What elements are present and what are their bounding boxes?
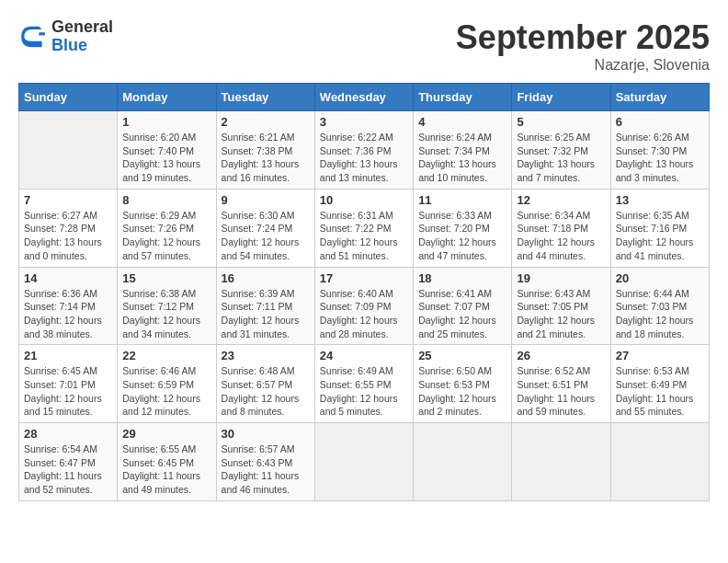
day-info: Sunrise: 6:27 AM Sunset: 7:28 PM Dayligh… xyxy=(24,209,112,263)
day-info: Sunrise: 6:31 AM Sunset: 7:22 PM Dayligh… xyxy=(320,209,408,263)
day-info: Sunrise: 6:41 AM Sunset: 7:07 PM Dayligh… xyxy=(418,287,506,341)
day-info: Sunrise: 6:22 AM Sunset: 7:36 PM Dayligh… xyxy=(320,131,408,185)
calendar-cell: 22Sunrise: 6:46 AM Sunset: 6:59 PM Dayli… xyxy=(118,345,216,423)
calendar-cell: 2Sunrise: 6:21 AM Sunset: 7:38 PM Daylig… xyxy=(216,111,314,190)
logo: General Blue xyxy=(18,18,113,55)
calendar-cell: 1Sunrise: 6:20 AM Sunset: 7:40 PM Daylig… xyxy=(118,111,216,190)
day-info: Sunrise: 6:39 AM Sunset: 7:11 PM Dayligh… xyxy=(222,287,310,341)
day-info: Sunrise: 6:26 AM Sunset: 7:30 PM Dayligh… xyxy=(616,131,704,185)
calendar-cell: 8Sunrise: 6:29 AM Sunset: 7:26 PM Daylig… xyxy=(118,189,216,267)
day-info: Sunrise: 6:54 AM Sunset: 6:47 PM Dayligh… xyxy=(24,442,112,497)
day-info: Sunrise: 6:33 AM Sunset: 7:20 PM Dayligh… xyxy=(418,209,506,263)
day-number: 20 xyxy=(616,271,704,285)
day-number: 16 xyxy=(222,271,310,285)
day-info: Sunrise: 6:36 AM Sunset: 7:14 PM Dayligh… xyxy=(24,287,112,341)
calendar-week-row: 28Sunrise: 6:54 AM Sunset: 6:47 PM Dayli… xyxy=(19,423,710,501)
day-number: 11 xyxy=(418,193,506,207)
calendar-cell: 26Sunrise: 6:52 AM Sunset: 6:51 PM Dayli… xyxy=(512,345,610,423)
day-number: 5 xyxy=(517,115,605,129)
calendar-table: SundayMondayTuesdayWednesdayThursdayFrid… xyxy=(18,83,710,501)
day-info: Sunrise: 6:46 AM Sunset: 6:59 PM Dayligh… xyxy=(122,364,210,419)
day-info: Sunrise: 6:45 AM Sunset: 7:01 PM Dayligh… xyxy=(24,364,112,419)
weekday-header: Thursday xyxy=(414,84,512,111)
day-info: Sunrise: 6:30 AM Sunset: 7:24 PM Dayligh… xyxy=(222,209,310,263)
day-number: 27 xyxy=(616,349,704,362)
day-info: Sunrise: 6:44 AM Sunset: 7:03 PM Dayligh… xyxy=(616,287,704,341)
calendar-cell: 18Sunrise: 6:41 AM Sunset: 7:07 PM Dayli… xyxy=(414,267,512,345)
calendar-cell: 29Sunrise: 6:55 AM Sunset: 6:45 PM Dayli… xyxy=(118,423,216,501)
day-info: Sunrise: 6:34 AM Sunset: 7:18 PM Dayligh… xyxy=(517,209,605,263)
logo-icon xyxy=(18,22,48,52)
weekday-header: Sunday xyxy=(19,84,118,111)
day-number: 25 xyxy=(418,349,506,362)
day-number: 17 xyxy=(320,271,408,285)
calendar-cell: 19Sunrise: 6:43 AM Sunset: 7:05 PM Dayli… xyxy=(512,267,610,345)
day-number: 12 xyxy=(517,193,605,207)
day-info: Sunrise: 6:21 AM Sunset: 7:38 PM Dayligh… xyxy=(222,131,310,185)
day-number: 13 xyxy=(616,193,704,207)
calendar-week-row: 1Sunrise: 6:20 AM Sunset: 7:40 PM Daylig… xyxy=(19,111,710,190)
day-number: 22 xyxy=(122,349,210,362)
page-header: General Blue September 2025 Nazarje, Slo… xyxy=(18,18,710,74)
day-number: 10 xyxy=(320,193,408,207)
day-info: Sunrise: 6:48 AM Sunset: 6:57 PM Dayligh… xyxy=(222,364,310,419)
calendar-header: SundayMondayTuesdayWednesdayThursdayFrid… xyxy=(19,84,710,111)
day-number: 6 xyxy=(616,115,704,129)
calendar-cell xyxy=(512,423,610,501)
calendar-cell: 25Sunrise: 6:50 AM Sunset: 6:53 PM Dayli… xyxy=(414,345,512,423)
calendar-cell xyxy=(414,423,512,501)
day-info: Sunrise: 6:35 AM Sunset: 7:16 PM Dayligh… xyxy=(616,209,704,263)
day-number: 24 xyxy=(320,349,408,362)
logo-blue-text: Blue xyxy=(51,37,113,55)
logo-text: General Blue xyxy=(51,18,113,55)
day-number: 14 xyxy=(24,271,112,285)
day-info: Sunrise: 6:53 AM Sunset: 6:49 PM Dayligh… xyxy=(616,364,704,419)
day-number: 30 xyxy=(222,427,310,441)
day-number: 3 xyxy=(320,115,408,129)
day-info: Sunrise: 6:57 AM Sunset: 6:43 PM Dayligh… xyxy=(222,442,310,497)
weekday-header: Monday xyxy=(118,84,216,111)
weekday-row: SundayMondayTuesdayWednesdayThursdayFrid… xyxy=(19,84,710,111)
day-number: 7 xyxy=(24,193,112,207)
day-number: 8 xyxy=(122,193,210,207)
calendar-cell: 28Sunrise: 6:54 AM Sunset: 6:47 PM Dayli… xyxy=(19,423,118,501)
calendar-cell: 23Sunrise: 6:48 AM Sunset: 6:57 PM Dayli… xyxy=(216,345,314,423)
calendar-week-row: 21Sunrise: 6:45 AM Sunset: 7:01 PM Dayli… xyxy=(19,345,710,423)
calendar-cell: 7Sunrise: 6:27 AM Sunset: 7:28 PM Daylig… xyxy=(19,189,118,267)
day-info: Sunrise: 6:20 AM Sunset: 7:40 PM Dayligh… xyxy=(122,131,210,185)
day-number: 2 xyxy=(222,115,310,129)
day-info: Sunrise: 6:55 AM Sunset: 6:45 PM Dayligh… xyxy=(122,442,210,497)
calendar-cell: 30Sunrise: 6:57 AM Sunset: 6:43 PM Dayli… xyxy=(216,423,314,501)
day-info: Sunrise: 6:49 AM Sunset: 6:55 PM Dayligh… xyxy=(320,364,408,419)
day-info: Sunrise: 6:24 AM Sunset: 7:34 PM Dayligh… xyxy=(418,131,506,185)
calendar-body: 1Sunrise: 6:20 AM Sunset: 7:40 PM Daylig… xyxy=(19,111,710,501)
calendar-cell: 21Sunrise: 6:45 AM Sunset: 7:01 PM Dayli… xyxy=(19,345,118,423)
day-number: 19 xyxy=(517,271,605,285)
month-title: September 2025 xyxy=(456,18,710,57)
calendar-cell: 4Sunrise: 6:24 AM Sunset: 7:34 PM Daylig… xyxy=(414,111,512,190)
calendar-cell: 17Sunrise: 6:40 AM Sunset: 7:09 PM Dayli… xyxy=(314,267,413,345)
day-number: 23 xyxy=(222,349,310,362)
day-info: Sunrise: 6:43 AM Sunset: 7:05 PM Dayligh… xyxy=(517,287,605,341)
calendar-cell: 5Sunrise: 6:25 AM Sunset: 7:32 PM Daylig… xyxy=(512,111,610,190)
weekday-header: Wednesday xyxy=(314,84,413,111)
calendar-cell xyxy=(314,423,413,501)
calendar-cell: 10Sunrise: 6:31 AM Sunset: 7:22 PM Dayli… xyxy=(314,189,413,267)
day-info: Sunrise: 6:38 AM Sunset: 7:12 PM Dayligh… xyxy=(122,287,210,341)
calendar-week-row: 7Sunrise: 6:27 AM Sunset: 7:28 PM Daylig… xyxy=(19,189,710,267)
day-number: 15 xyxy=(122,271,210,285)
day-number: 29 xyxy=(122,427,210,441)
calendar-cell: 27Sunrise: 6:53 AM Sunset: 6:49 PM Dayli… xyxy=(610,345,709,423)
logo-general-text: General xyxy=(51,18,113,37)
calendar-cell: 11Sunrise: 6:33 AM Sunset: 7:20 PM Dayli… xyxy=(414,189,512,267)
day-info: Sunrise: 6:52 AM Sunset: 6:51 PM Dayligh… xyxy=(517,364,605,419)
calendar-cell: 20Sunrise: 6:44 AM Sunset: 7:03 PM Dayli… xyxy=(610,267,709,345)
day-number: 9 xyxy=(222,193,310,207)
weekday-header: Saturday xyxy=(610,84,709,111)
calendar-cell: 15Sunrise: 6:38 AM Sunset: 7:12 PM Dayli… xyxy=(118,267,216,345)
day-number: 21 xyxy=(24,349,112,362)
calendar-week-row: 14Sunrise: 6:36 AM Sunset: 7:14 PM Dayli… xyxy=(19,267,710,345)
day-number: 26 xyxy=(517,349,605,362)
calendar-cell: 6Sunrise: 6:26 AM Sunset: 7:30 PM Daylig… xyxy=(610,111,709,190)
day-info: Sunrise: 6:40 AM Sunset: 7:09 PM Dayligh… xyxy=(320,287,408,341)
